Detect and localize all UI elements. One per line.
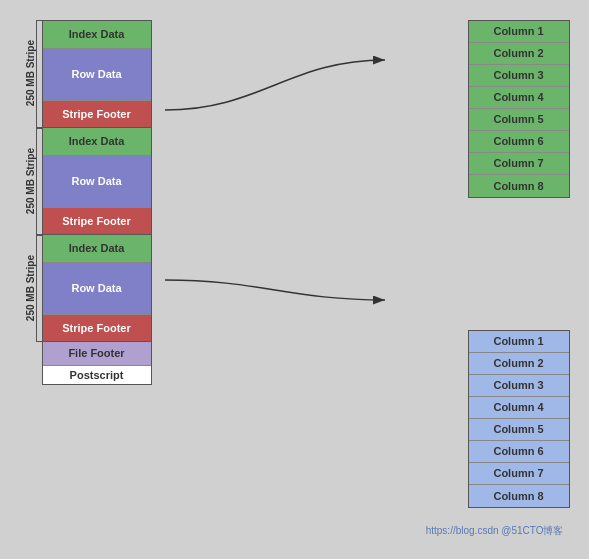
col-4-g1: Column 4: [469, 87, 569, 109]
file-footer-block: File Footer: [43, 342, 151, 366]
stripe-2-label-container: 250 MB Stripe: [20, 128, 42, 235]
right-group-2: Column 1 Column 2 Column 3 Column 4 Colu…: [468, 330, 570, 508]
col-1-g2: Column 1: [469, 331, 569, 353]
col-4-g2: Column 4: [469, 397, 569, 419]
col-8-g2: Column 8: [469, 485, 569, 507]
col-2-g2: Column 2: [469, 353, 569, 375]
col-2-g1: Column 2: [469, 43, 569, 65]
stripe-1: 250 MB Stripe Index Data Row Data Stripe…: [20, 20, 152, 128]
right-group-1: Column 1 Column 2 Column 3 Column 4 Colu…: [468, 20, 570, 198]
stripe-2: 250 MB Stripe Index Data Row Data Stripe…: [20, 128, 152, 235]
postscript-block: Postscript: [43, 366, 151, 384]
right-group-1-box: Column 1 Column 2 Column 3 Column 4 Colu…: [468, 20, 570, 198]
watermark: https://blog.csdn @51CTO博客: [426, 524, 564, 538]
stripe-1-footer: Stripe Footer: [43, 101, 151, 127]
col-7-g2: Column 7: [469, 463, 569, 485]
stripe-3-label-container: 250 MB Stripe: [20, 235, 42, 342]
stripe-2-footer: Stripe Footer: [43, 208, 151, 234]
right-group-2-box: Column 1 Column 2 Column 3 Column 4 Colu…: [468, 330, 570, 508]
stripe-3-index: Index Data: [43, 235, 151, 263]
stripe-2-index: Index Data: [43, 128, 151, 156]
stripe-3-blocks: Index Data Row Data Stripe Footer: [42, 235, 152, 342]
diagram-container: 250 MB Stripe Index Data Row Data Stripe…: [10, 10, 580, 550]
col-3-g2: Column 3: [469, 375, 569, 397]
col-7-g1: Column 7: [469, 153, 569, 175]
left-stripes: 250 MB Stripe Index Data Row Data Stripe…: [20, 20, 152, 385]
stripe-2-row: Row Data: [43, 156, 151, 208]
stripe-2-label: 250 MB Stripe: [25, 148, 36, 214]
col-6-g1: Column 6: [469, 131, 569, 153]
col-6-g2: Column 6: [469, 441, 569, 463]
col-8-g1: Column 8: [469, 175, 569, 197]
stripe-1-bracket: [36, 20, 42, 128]
col-3-g1: Column 3: [469, 65, 569, 87]
col-1-g1: Column 1: [469, 21, 569, 43]
stripe-1-label-container: 250 MB Stripe: [20, 20, 42, 128]
stripe-3-row: Row Data: [43, 263, 151, 315]
stripe-1-index: Index Data: [43, 21, 151, 49]
stripe-3-bracket: [36, 235, 42, 342]
stripe-1-blocks: Index Data Row Data Stripe Footer: [42, 20, 152, 128]
stripe-1-label: 250 MB Stripe: [25, 40, 36, 106]
stripe-3: 250 MB Stripe Index Data Row Data Stripe…: [20, 235, 152, 342]
col-5-g2: Column 5: [469, 419, 569, 441]
bottom-blocks: File Footer Postscript: [42, 342, 152, 385]
col-5-g1: Column 5: [469, 109, 569, 131]
stripe-2-blocks: Index Data Row Data Stripe Footer: [42, 128, 152, 235]
stripe-3-footer: Stripe Footer: [43, 315, 151, 341]
stripe-3-label: 250 MB Stripe: [25, 255, 36, 321]
stripe-1-row: Row Data: [43, 49, 151, 101]
stripe-2-bracket: [36, 128, 42, 235]
